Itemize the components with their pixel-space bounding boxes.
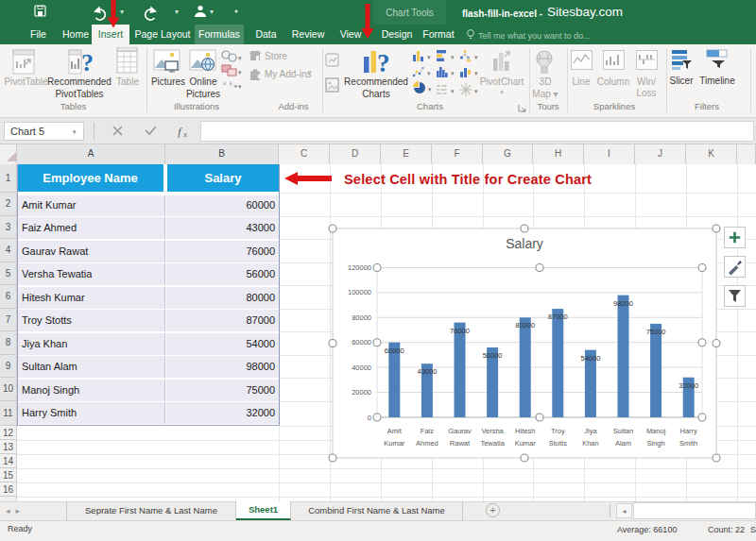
- svg-text:100000: 100000: [348, 288, 371, 296]
- svg-text:▾: ▾: [210, 8, 214, 16]
- svg-text:▾: ▾: [451, 70, 455, 76]
- svg-text:▾: ▾: [428, 86, 432, 93]
- svg-text:Stotts: Stotts: [549, 439, 567, 448]
- svg-text:▾: ▾: [474, 54, 478, 60]
- svg-text:▾: ▾: [238, 83, 242, 90]
- svg-text:87000: 87000: [548, 313, 568, 321]
- svg-text:54000: 54000: [580, 354, 600, 363]
- svg-text:40000: 40000: [352, 363, 371, 372]
- svg-text:▾: ▾: [451, 88, 455, 94]
- svg-text:Kumar: Kumar: [384, 439, 405, 448]
- svg-text:32000: 32000: [679, 381, 698, 390]
- svg-text:43000: 43000: [417, 367, 437, 376]
- svg-text:Troy: Troy: [551, 427, 565, 435]
- svg-text:x: x: [182, 129, 187, 138]
- svg-text:0: 0: [368, 414, 371, 422]
- svg-text:Salary: Salary: [506, 236, 543, 251]
- svg-text:120000: 120000: [348, 263, 371, 272]
- svg-text:60000: 60000: [385, 347, 404, 355]
- svg-text:Gaurav: Gaurav: [448, 427, 472, 435]
- svg-text:Versha: Versha: [481, 427, 504, 435]
- svg-text:Smith: Smith: [679, 439, 697, 448]
- svg-text:Hitesh: Hitesh: [515, 427, 535, 435]
- svg-text:Harry: Harry: [680, 427, 698, 435]
- svg-text:Rawat: Rawat: [450, 439, 471, 448]
- svg-text:Jiya: Jiya: [584, 427, 597, 435]
- svg-text:20000: 20000: [352, 388, 371, 397]
- svg-text:56000: 56000: [483, 351, 503, 360]
- svg-text:76000: 76000: [450, 327, 470, 335]
- svg-text:Khan: Khan: [582, 439, 599, 448]
- svg-text:Manoj: Manoj: [646, 427, 666, 435]
- svg-text:▾: ▾: [451, 54, 455, 60]
- svg-text:Alam: Alam: [615, 439, 631, 448]
- svg-text:?: ?: [81, 49, 94, 75]
- svg-text:▾: ▾: [474, 70, 478, 76]
- svg-text:60000: 60000: [352, 338, 371, 347]
- svg-text:Kumar: Kumar: [515, 439, 537, 448]
- svg-text:Sultan: Sultan: [613, 427, 633, 435]
- svg-text:80000: 80000: [515, 321, 535, 330]
- svg-text:▾: ▾: [238, 55, 242, 61]
- svg-text:?: ?: [377, 49, 390, 75]
- svg-text:Singh: Singh: [647, 439, 665, 448]
- svg-text:Amit: Amit: [387, 427, 403, 435]
- svg-text:98000: 98000: [613, 299, 633, 308]
- svg-text:Ahmed: Ahmed: [416, 439, 438, 448]
- svg-text:▾: ▾: [175, 8, 179, 16]
- svg-text:80000: 80000: [352, 313, 371, 322]
- svg-text:Tewatia: Tewatia: [480, 439, 505, 448]
- svg-text:▾: ▾: [427, 54, 431, 60]
- svg-text:▾: ▾: [238, 69, 242, 76]
- svg-text:75000: 75000: [646, 328, 666, 336]
- svg-text:Faiz: Faiz: [421, 427, 434, 435]
- svg-text:▾: ▾: [427, 70, 431, 76]
